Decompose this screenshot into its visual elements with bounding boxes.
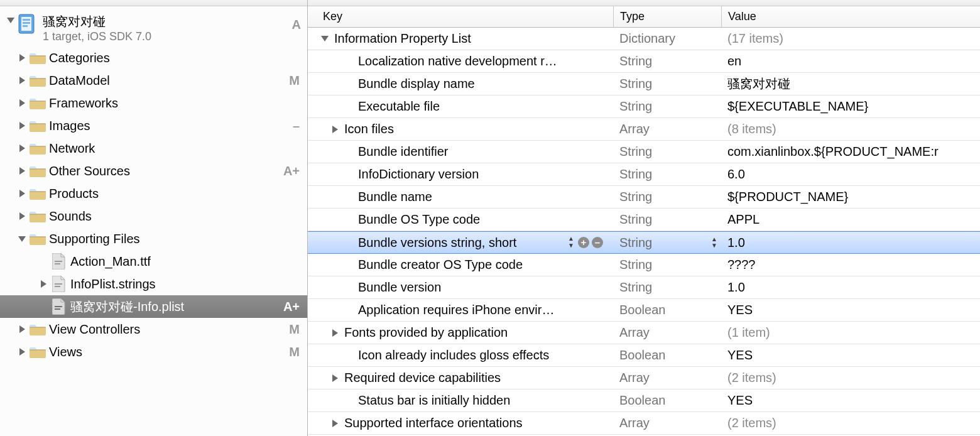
plist-type-cell[interactable]: String <box>613 163 721 185</box>
tree-folder-row[interactable]: Products <box>0 182 307 205</box>
disclosure-triangle-icon[interactable] <box>15 212 29 220</box>
plist-row[interactable]: Bundle versions string, short▲▼String▲▼1… <box>308 231 980 254</box>
plist-key-cell[interactable]: Bundle creator OS Type code <box>308 254 613 276</box>
plist-type-cell[interactable]: String <box>613 254 721 276</box>
plist-value-cell[interactable]: (8 items) <box>721 118 980 140</box>
plist-key-cell[interactable]: InfoDictionary version <box>308 163 613 185</box>
plist-type-cell[interactable]: String▲▼ <box>613 232 721 253</box>
tree-file-row[interactable]: Action_Man.ttf <box>0 250 307 273</box>
plist-key-cell[interactable]: Bundle display name <box>308 73 613 95</box>
disclosure-triangle-icon[interactable] <box>15 99 29 107</box>
type-stepper-icon[interactable]: ▲▼ <box>710 236 719 249</box>
disclosure-triangle-icon[interactable] <box>328 374 342 382</box>
plist-value-cell[interactable]: (2 items) <box>721 367 980 389</box>
plist-type-cell[interactable]: String <box>613 209 721 231</box>
tree-folder-row[interactable]: Supporting Files <box>0 227 307 250</box>
plist-type-cell[interactable]: Boolean <box>613 344 721 366</box>
plist-key-cell[interactable]: Information Property List <box>308 28 613 50</box>
tree-folder-row[interactable]: Other SourcesA+ <box>0 160 307 182</box>
plist-row[interactable]: Executable fileString${EXECUTABLE_NAME} <box>308 95 980 118</box>
tree-folder-row[interactable]: Network <box>0 137 307 160</box>
plist-type-cell[interactable]: String <box>613 276 721 298</box>
plist-row[interactable]: Required device capabilitiesArray(2 item… <box>308 367 980 390</box>
plist-key-cell[interactable]: Bundle name <box>308 186 613 208</box>
tree-folder-row[interactable]: Sounds <box>0 205 307 227</box>
plist-row[interactable]: Bundle versionString1.0 <box>308 276 980 299</box>
plist-row[interactable]: Bundle creator OS Type codeString???? <box>308 254 980 276</box>
plist-row[interactable]: InfoDictionary versionString6.0 <box>308 163 980 186</box>
plist-value-cell[interactable]: ${PRODUCT_NAME} <box>721 186 980 208</box>
plist-value-cell[interactable]: (2 items) <box>721 412 980 434</box>
plist-row[interactable]: Bundle display nameString骚窝对对碰 <box>308 73 980 95</box>
plist-value-cell[interactable]: 1.0 <box>721 232 980 253</box>
remove-row-button[interactable] <box>592 237 603 248</box>
plist-row[interactable]: Status bar is initially hiddenBooleanYES <box>308 390 980 412</box>
plist-value-cell[interactable]: YES <box>721 344 980 366</box>
add-row-button[interactable] <box>578 237 589 248</box>
plist-type-cell[interactable]: Array <box>613 412 721 434</box>
disclosure-triangle-icon[interactable] <box>15 325 29 333</box>
disclosure-triangle-icon[interactable] <box>15 236 29 242</box>
disclosure-triangle-icon[interactable] <box>15 77 29 84</box>
plist-type-cell[interactable]: Boolean <box>613 390 721 411</box>
plist-row[interactable]: Bundle OS Type codeStringAPPL <box>308 209 980 231</box>
plist-value-cell[interactable]: YES <box>721 390 980 411</box>
disclosure-triangle-icon[interactable] <box>15 348 29 356</box>
plist-row[interactable]: Information Property ListDictionary(17 i… <box>308 28 980 50</box>
plist-row[interactable]: Fonts provided by applicationArray(1 ite… <box>308 322 980 344</box>
plist-type-cell[interactable]: Boolean <box>613 299 721 321</box>
plist-value-cell[interactable]: YES <box>721 299 980 321</box>
disclosure-triangle-icon[interactable] <box>328 420 342 427</box>
plist-type-cell[interactable]: Array <box>613 367 721 389</box>
plist-key-cell[interactable]: Icon files <box>308 118 613 140</box>
disclosure-triangle-icon[interactable] <box>15 54 29 62</box>
plist-value-cell[interactable]: (17 items) <box>721 28 980 50</box>
plist-key-cell[interactable]: Bundle version <box>308 276 613 298</box>
column-header-type[interactable]: Type <box>613 6 721 27</box>
plist-value-cell[interactable]: 骚窝对对碰 <box>721 73 980 95</box>
tree-folder-row[interactable]: DataModelM <box>0 69 307 92</box>
plist-type-cell[interactable]: Array <box>613 322 721 344</box>
disclosure-triangle-icon[interactable] <box>36 280 50 288</box>
tree-folder-row[interactable]: View ControllersM <box>0 318 307 341</box>
disclosure-triangle-icon[interactable] <box>318 36 332 41</box>
tree-file-row[interactable]: 骚窝对对碰-Info.plistA+ <box>0 295 307 318</box>
plist-key-cell[interactable]: Bundle identifier <box>308 141 613 163</box>
plist-value-cell[interactable]: com.xianlinbox.${PRODUCT_NAME:r <box>721 141 980 163</box>
plist-key-cell[interactable]: Status bar is initially hidden <box>308 390 613 411</box>
plist-type-cell[interactable]: String <box>613 95 721 117</box>
tree-folder-row[interactable]: Categories <box>0 46 307 69</box>
plist-type-cell[interactable]: String <box>613 50 721 72</box>
plist-key-cell[interactable]: Bundle OS Type code <box>308 209 613 231</box>
plist-key-cell[interactable]: Fonts provided by application <box>308 322 613 344</box>
plist-value-cell[interactable]: (1 item) <box>721 322 980 344</box>
tree-folder-row[interactable]: Frameworks <box>0 92 307 114</box>
plist-type-cell[interactable]: Dictionary <box>613 28 721 50</box>
plist-type-cell[interactable]: String <box>613 141 721 163</box>
disclosure-triangle-icon[interactable] <box>15 122 29 129</box>
plist-row[interactable]: Bundle identifierStringcom.xianlinbox.${… <box>308 141 980 163</box>
plist-key-cell[interactable]: Required device capabilities <box>308 367 613 389</box>
plist-key-cell[interactable]: Localization native development r… <box>308 50 613 72</box>
disclosure-triangle-icon[interactable] <box>328 126 342 133</box>
plist-key-cell[interactable]: Executable file <box>308 95 613 117</box>
tree-folder-row[interactable]: ViewsM <box>0 341 307 363</box>
plist-row[interactable]: Localization native development r…String… <box>308 50 980 73</box>
key-stepper-icon[interactable]: ▲▼ <box>567 236 575 249</box>
disclosure-triangle-icon[interactable] <box>15 144 29 152</box>
plist-row[interactable]: Icon already includes gloss effectsBoole… <box>308 344 980 367</box>
plist-key-cell[interactable]: Bundle versions string, short▲▼ <box>308 232 613 253</box>
plist-row[interactable]: Supported interface orientationsArray(2 … <box>308 412 980 435</box>
disclosure-triangle-icon[interactable] <box>15 190 29 197</box>
plist-row[interactable]: Icon filesArray(8 items) <box>308 118 980 141</box>
disclosure-triangle-icon[interactable] <box>328 329 342 337</box>
column-header-value[interactable]: Value <box>721 6 980 27</box>
column-header-key[interactable]: Key <box>308 6 613 27</box>
plist-value-cell[interactable]: ${EXECUTABLE_NAME} <box>721 95 980 117</box>
tree-folder-row[interactable]: Images– <box>0 114 307 137</box>
plist-value-cell[interactable]: en <box>721 50 980 72</box>
plist-row[interactable]: Application requires iPhone envir…Boolea… <box>308 299 980 322</box>
plist-key-cell[interactable]: Application requires iPhone envir… <box>308 299 613 321</box>
project-disclosure-icon[interactable] <box>4 14 18 23</box>
plist-type-cell[interactable]: Array <box>613 118 721 140</box>
